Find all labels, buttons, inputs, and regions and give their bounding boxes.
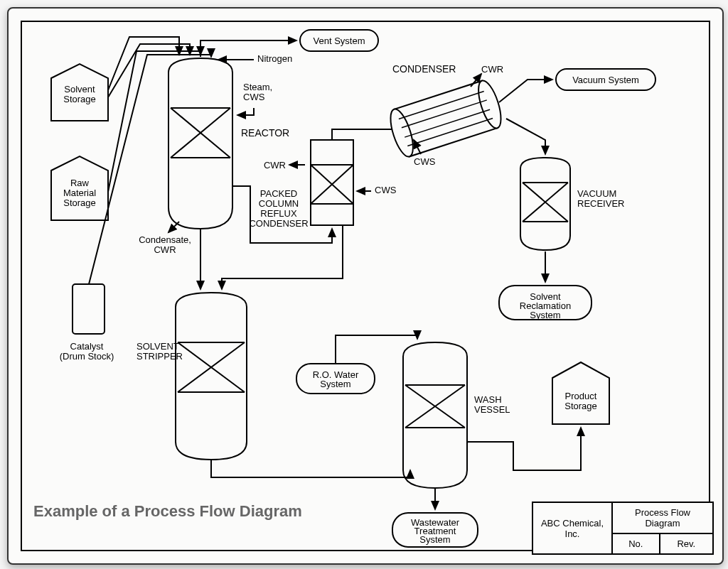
svg-text:CWR: CWR [264,160,286,170]
title-rev: Rev. [660,533,713,554]
svg-text:ProductStorage: ProductStorage [564,391,597,411]
title-block: ABC Chemical, Inc. Process Flow Diagram … [532,502,714,555]
svg-text:CWS: CWS [375,185,397,195]
svg-rect-14 [311,140,353,225]
solvent-storage-shape: SolventStorage [51,64,108,121]
process-flow-svg: SolventStorage RawMaterialStorage Cataly… [16,16,715,556]
condenser-label: CONDENSER [392,63,456,75]
svg-text:R.O. WaterSystem: R.O. WaterSystem [313,369,359,389]
catalyst-shape: Catalyst(Drum Stock) [60,284,114,362]
vacuum-system-shape: Vacuum System [556,69,655,90]
svg-text:Catalyst(Drum Stock): Catalyst(Drum Stock) [60,341,114,362]
product-storage-shape: ProductStorage [552,362,609,424]
solvent-stripper-shape: SOLVENTSTRIPPER [136,293,247,460]
svg-text:Condensate,CWR: Condensate,CWR [139,234,191,255]
raw-material-storage-shape: RawMaterialStorage [51,156,108,220]
svg-rect-0 [21,21,710,551]
svg-text:CWS: CWS [414,156,436,167]
svg-text:Vacuum System: Vacuum System [572,75,639,85]
wash-vessel-shape: WASHVESSEL [403,342,510,488]
svg-rect-2 [73,284,105,334]
solvent-reclamation-shape: SolventReclamationSystem [499,286,592,320]
title-no: No. [612,533,660,554]
svg-line-13 [168,222,179,232]
svg-text:WASHVESSEL: WASHVESSEL [474,394,510,415]
diagram-caption: Example of a Process Flow Diagram [33,502,302,521]
svg-text:Steam,CWS: Steam,CWS [243,82,272,102]
packed-column-shape: PACKEDCOLUMNREFLUXCONDENSER [249,140,353,229]
svg-text:CWR: CWR [481,64,503,75]
vent-system-shape: Vent System [300,30,378,51]
svg-text:SolventReclamationSystem: SolventReclamationSystem [520,291,571,320]
svg-text:PACKEDCOLUMNREFLUXCONDENSER: PACKEDCOLUMNREFLUXCONDENSER [249,188,308,229]
solvent-storage-label: SolventStorage [63,84,96,104]
svg-text:WastewaterTreatmentSystem: WastewaterTreatmentSystem [411,517,460,545]
wastewater-shape: WastewaterTreatmentSystem [392,513,478,547]
ro-water-shape: R.O. WaterSystem [296,364,375,394]
vacuum-receiver-shape: VACUUMRECEIVER [520,158,624,250]
title-company: ABC Chemical, Inc. [532,502,612,554]
nitrogen-label: Nitrogen [257,53,292,64]
svg-text:VACUUMRECEIVER: VACUUMRECEIVER [577,188,624,209]
reactor-label: REACTOR [241,127,289,139]
diagram-frame: SolventStorage RawMaterialStorage Cataly… [7,7,724,565]
svg-text:RawMaterialStorage: RawMaterialStorage [63,178,96,208]
svg-text:SOLVENTSTRIPPER: SOLVENTSTRIPPER [136,341,183,362]
title-title: Process Flow Diagram [612,502,713,533]
svg-text:Vent System: Vent System [314,36,365,46]
condenser-shape [386,78,505,159]
